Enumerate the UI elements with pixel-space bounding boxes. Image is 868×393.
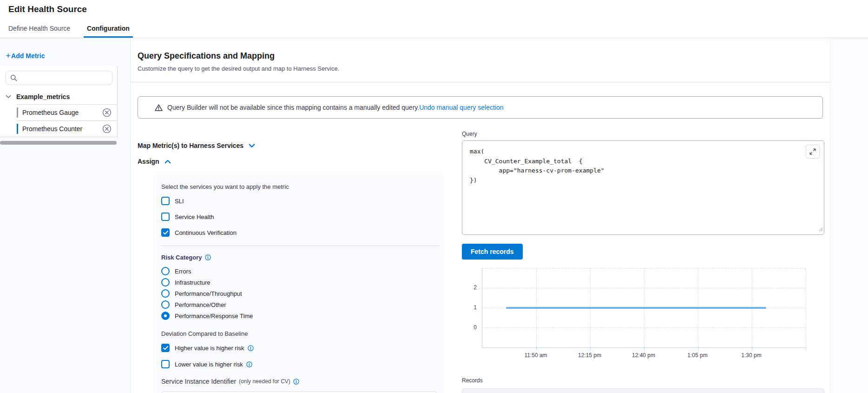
metric-item-prometheus-gauge[interactable]: Prometheus Gauge (17, 104, 117, 120)
radio-row-performance-throughput[interactable]: Performance/Throughput (161, 289, 444, 298)
performance-response-time-label: Performance/Response Time (175, 313, 253, 320)
y-axis-tick-2: 2 (462, 284, 477, 291)
infrastructure-radio[interactable] (161, 278, 170, 286)
warning-banner: Query Builder will not be available sinc… (138, 96, 823, 119)
service-health-checkbox[interactable] (161, 213, 170, 221)
page-title: Edit Health Source (8, 4, 87, 14)
sidebar: + Add Metric Example_metri (0, 38, 131, 393)
section-title: Query Specifications and Mapping (138, 51, 830, 61)
y-axis-tick-0: 0 (462, 324, 477, 331)
check-icon (163, 346, 168, 350)
performance-throughput-label: Performance/Throughput (175, 290, 242, 297)
check-icon (163, 231, 168, 235)
chevron-up-icon (164, 160, 171, 164)
x-axis-tick-4: 1:30 pm (734, 352, 769, 359)
metric-item-label: Prometheus Counter (22, 125, 102, 133)
tab-define-health-source[interactable]: Define Health Source (8, 19, 70, 38)
performance-response-time-radio[interactable] (161, 312, 170, 320)
expand-icon (809, 148, 816, 155)
radio-row-performance-other[interactable]: Performance/Other (161, 300, 444, 309)
right-gutter (830, 38, 868, 393)
info-icon[interactable] (246, 361, 252, 367)
plus-icon: + (6, 51, 11, 60)
checkbox-row-lower-risk[interactable]: Lower value is higher risk (161, 360, 444, 369)
radio-row-performance-response-time[interactable]: Performance/Response Time (161, 311, 444, 320)
higher-risk-checkbox[interactable] (161, 344, 170, 352)
axis-tick (806, 348, 806, 350)
undo-query-selection-link[interactable]: Undo manual query selection (419, 104, 503, 111)
risk-category-label: Risk Category (161, 254, 202, 261)
metric-search-box (6, 71, 112, 85)
metric-tree: Example_metrics Prometheus Gauge (0, 89, 117, 137)
checkbox-row-higher-risk[interactable]: Higher value is higher risk (161, 343, 444, 353)
sii-note: (only needed for CV) (239, 378, 290, 385)
search-icon (10, 74, 17, 81)
info-icon[interactable] (205, 254, 211, 260)
divider (131, 82, 830, 82)
metric-series-line[interactable] (506, 307, 766, 309)
info-icon[interactable] (293, 379, 299, 385)
sli-checkbox[interactable] (161, 197, 170, 205)
axis-tick (644, 348, 644, 350)
axis-tick (752, 348, 752, 350)
expand-query-button[interactable] (806, 145, 820, 159)
higher-risk-label: Higher value is higher risk (175, 345, 244, 352)
services-label: Select the services you want to apply th… (161, 183, 444, 190)
service-instance-identifier-select[interactable]: app (161, 391, 437, 393)
tab-bar: Define Health Source Configuration (0, 19, 868, 38)
remove-metric-icon[interactable] (102, 108, 112, 118)
map-metrics-label: Map Metric(s) to Harness Services (138, 142, 243, 149)
errors-label: Errors (175, 268, 191, 275)
y-axis-tick-1: 1 (462, 304, 477, 311)
sidebar-horizontal-scrollbar[interactable] (0, 141, 117, 145)
service-health-label: Service Health (175, 213, 214, 220)
assign-label: Assign (138, 158, 159, 165)
checkbox-row-continuous-verification[interactable]: Continuous Verification (161, 228, 444, 237)
metric-group-row[interactable]: Example_metrics (0, 89, 117, 104)
metric-item-label: Prometheus Gauge (22, 109, 102, 116)
sli-label: SLI (175, 198, 184, 205)
sii-label: Service Instance Identifier (161, 378, 236, 385)
radio-row-errors[interactable]: Errors (161, 266, 444, 276)
performance-other-label: Performance/Other (175, 301, 226, 308)
main-content: Query Specifications and Mapping Customi… (131, 38, 868, 393)
info-icon[interactable] (248, 345, 254, 351)
assign-panel: Select the services you want to apply th… (153, 174, 444, 393)
gridline (806, 268, 806, 347)
query-text[interactable]: max( CV_Counter_Example_total { app="har… (470, 147, 816, 185)
axis-tick (698, 348, 698, 350)
continuous-verification-label: Continuous Verification (175, 229, 237, 236)
warning-text: Query Builder will not be available sinc… (167, 104, 419, 111)
fetch-records-button[interactable]: Fetch records (462, 244, 523, 260)
radio-row-infrastructure[interactable]: Infrastructure (161, 278, 444, 287)
metric-item-prometheus-counter[interactable]: Prometheus Counter (17, 120, 117, 137)
records-panel[interactable] (462, 388, 824, 393)
errors-radio[interactable] (161, 267, 170, 275)
x-axis-tick-2: 12:40 pm (626, 352, 661, 359)
query-results-chart: 2 1 0 (462, 268, 808, 360)
lower-risk-checkbox[interactable] (161, 360, 170, 368)
add-metric-button[interactable]: + Add Metric (6, 51, 45, 60)
axis-tick (536, 348, 537, 350)
assign-section-toggle[interactable]: Assign (138, 158, 444, 165)
search-input[interactable] (20, 74, 108, 81)
x-axis-tick-1: 12:15 pm (572, 352, 607, 359)
records-label: Records (462, 377, 824, 384)
resize-handle-icon[interactable] (818, 225, 823, 233)
page-header: Edit Health Source (0, 0, 868, 19)
chevron-down-icon (6, 95, 11, 99)
checkbox-row-service-health[interactable]: Service Health (161, 212, 444, 221)
metric-group-name: Example_metrics (16, 93, 70, 100)
performance-other-radio[interactable] (161, 300, 170, 309)
tab-configuration[interactable]: Configuration (87, 19, 130, 38)
warning-icon (155, 104, 163, 111)
continuous-verification-checkbox[interactable] (161, 228, 170, 237)
remove-metric-icon[interactable] (102, 124, 112, 134)
checkbox-row-sli[interactable]: SLI (161, 196, 444, 206)
query-editor[interactable]: max( CV_Counter_Example_total { app="har… (462, 140, 824, 235)
performance-throughput-radio[interactable] (161, 289, 170, 298)
x-axis-tick-0: 11:50 am (519, 352, 553, 359)
axis-tick (590, 348, 591, 350)
map-metrics-section-toggle[interactable]: Map Metric(s) to Harness Services (138, 142, 255, 149)
divider (161, 246, 440, 246)
